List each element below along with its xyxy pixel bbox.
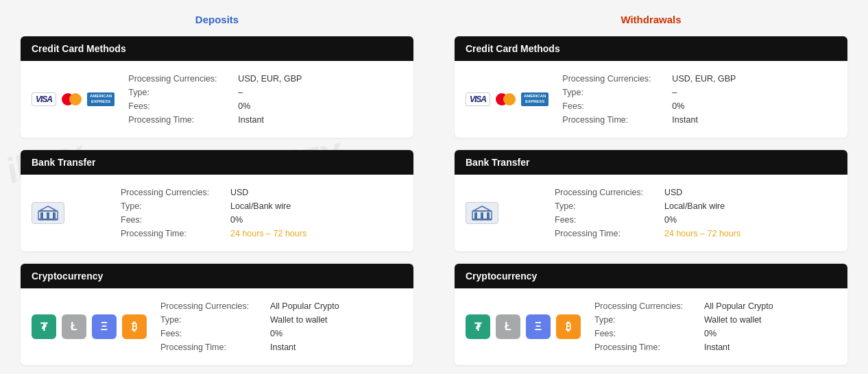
label-type: Type: — [555, 201, 664, 211]
deposits-credit-card-details: Processing Currencies: USD, EUR, GBP Typ… — [128, 72, 402, 127]
details-row: Type: – — [562, 86, 836, 99]
litecoin-icon: Ł — [496, 314, 520, 339]
label-time: Processing Time: — [128, 115, 238, 125]
svg-rect-2 — [40, 212, 43, 219]
deposits-bank-logos — [32, 202, 107, 224]
withdrawals-crypto-section: Cryptocurrency ₮ Ł Ξ ₿ Processing Curren… — [455, 264, 847, 365]
details-row: Processing Currencies: All Popular Crypt… — [594, 299, 836, 313]
label-time: Processing Time: — [160, 342, 270, 352]
details-row: Type: – — [128, 86, 402, 99]
value-currencies: USD — [664, 188, 682, 197]
withdrawals-bank-section: Bank Transfer — [455, 150, 847, 251]
value-type: – — [238, 88, 243, 97]
details-row: Processing Time: Instant — [128, 113, 402, 127]
label-time: Processing Time: — [562, 115, 672, 125]
label-type: Type: — [121, 201, 230, 211]
value-currencies: USD — [230, 188, 248, 197]
details-row: Processing Time: Instant — [594, 340, 836, 354]
value-currencies: USD, EUR, GBP — [672, 74, 736, 84]
label-type: Type: — [160, 315, 270, 325]
label-currencies: Processing Currencies: — [121, 188, 230, 197]
value-type: – — [672, 88, 677, 97]
value-time: Instant — [672, 115, 698, 125]
withdrawals-column: Withdrawals Credit Card Methods VISA AME… — [434, 0, 868, 374]
deposits-credit-card-section: Credit Card Methods VISA AMERICANEXPRESS… — [21, 36, 413, 138]
label-fees: Fees: — [160, 329, 270, 338]
label-fees: Fees: — [562, 101, 672, 111]
deposits-crypto-logos: ₮ Ł Ξ ₿ — [32, 314, 147, 339]
page-wrapper: ikiFX WikiFX Deposits Credit Card Method… — [0, 0, 868, 374]
deposits-crypto-details: Processing Currencies: All Popular Crypt… — [160, 299, 402, 354]
svg-marker-1 — [39, 206, 57, 211]
label-currencies: Processing Currencies: — [555, 188, 664, 197]
details-row: Processing Currencies: All Popular Crypt… — [160, 299, 402, 313]
value-currencies: USD, EUR, GBP — [238, 74, 302, 84]
label-time: Processing Time: — [555, 229, 664, 238]
deposits-bank-header: Bank Transfer — [21, 150, 413, 175]
visa-icon: VISA — [466, 92, 490, 106]
deposits-title: Deposits — [21, 14, 413, 25]
details-row: Processing Time: 24 hours – 72 hours — [121, 227, 402, 240]
value-fees: 0% — [270, 329, 282, 338]
deposits-credit-card-body: VISA AMERICANEXPRESS Processing Currenci… — [21, 61, 413, 138]
withdrawals-bank-logos — [466, 202, 541, 224]
svg-marker-7 — [473, 206, 491, 211]
label-time: Processing Time: — [594, 342, 704, 352]
value-time: Instant — [270, 342, 296, 352]
mastercard-icon — [496, 93, 516, 105]
svg-rect-9 — [481, 212, 483, 219]
value-fees: 0% — [230, 215, 243, 225]
label-currencies: Processing Currencies: — [128, 74, 238, 84]
svg-rect-11 — [472, 219, 492, 220]
value-type: Local/Bank wire — [664, 201, 725, 211]
label-type: Type: — [594, 315, 704, 325]
svg-rect-10 — [487, 212, 490, 219]
withdrawals-bank-header: Bank Transfer — [455, 150, 847, 175]
value-time: Instant — [704, 342, 730, 352]
amex-icon: AMERICANEXPRESS — [521, 92, 548, 106]
value-currencies: All Popular Crypto — [704, 301, 773, 311]
details-row: Processing Currencies: USD — [121, 186, 402, 199]
bitcoin-icon: ₿ — [556, 314, 581, 339]
label-currencies: Processing Currencies: — [594, 301, 704, 311]
label-fees: Fees: — [128, 101, 238, 111]
deposits-bank-details: Processing Currencies: USD Type: Local/B… — [121, 186, 402, 240]
withdrawals-credit-card-logos: VISA AMERICANEXPRESS — [466, 92, 548, 106]
value-fees: 0% — [704, 329, 716, 338]
deposits-crypto-body: ₮ Ł Ξ ₿ Processing Currencies: All Popul… — [21, 288, 413, 365]
details-row: Fees: 0% — [594, 327, 836, 340]
details-row: Processing Time: 24 hours – 72 hours — [555, 227, 836, 240]
withdrawals-credit-card-header: Credit Card Methods — [455, 36, 847, 61]
svg-rect-3 — [47, 212, 49, 219]
amex-icon: AMERICANEXPRESS — [87, 92, 114, 106]
withdrawals-credit-card-section: Credit Card Methods VISA AMERICANEXPRESS… — [455, 36, 847, 138]
deposits-column: ikiFX WikiFX Deposits Credit Card Method… — [0, 0, 434, 374]
details-row: Processing Time: Instant — [160, 340, 402, 354]
bank-transfer-icon — [466, 202, 498, 224]
withdrawals-crypto-logos: ₮ Ł Ξ ₿ — [466, 314, 581, 339]
value-fees: 0% — [664, 215, 677, 225]
tether-icon: ₮ — [32, 314, 56, 339]
withdrawals-title: Withdrawals — [455, 14, 847, 25]
deposits-credit-card-header: Credit Card Methods — [21, 36, 413, 61]
details-row: Type: Wallet to wallet — [594, 313, 836, 327]
label-currencies: Processing Currencies: — [562, 74, 672, 84]
ethereum-icon: Ξ — [92, 314, 117, 339]
details-row: Fees: 0% — [562, 99, 836, 113]
withdrawals-credit-card-body: VISA AMERICANEXPRESS Processing Currenci… — [455, 61, 847, 138]
tether-icon: ₮ — [466, 314, 490, 339]
visa-icon: VISA — [32, 92, 56, 106]
label-type: Type: — [562, 88, 672, 97]
value-type: Local/Bank wire — [230, 201, 291, 211]
value-currencies: All Popular Crypto — [270, 301, 339, 311]
value-time: Instant — [238, 115, 264, 125]
details-row: Processing Currencies: USD — [555, 186, 836, 199]
mastercard-icon — [62, 93, 82, 105]
value-fees: 0% — [238, 101, 250, 111]
value-time: 24 hours – 72 hours — [230, 229, 306, 238]
litecoin-icon: Ł — [62, 314, 86, 339]
details-row: Fees: 0% — [121, 213, 402, 227]
withdrawals-crypto-body: ₮ Ł Ξ ₿ Processing Currencies: All Popul… — [455, 288, 847, 365]
details-row: Fees: 0% — [160, 327, 402, 340]
deposits-bank-section: Bank Transfer — [21, 150, 413, 251]
